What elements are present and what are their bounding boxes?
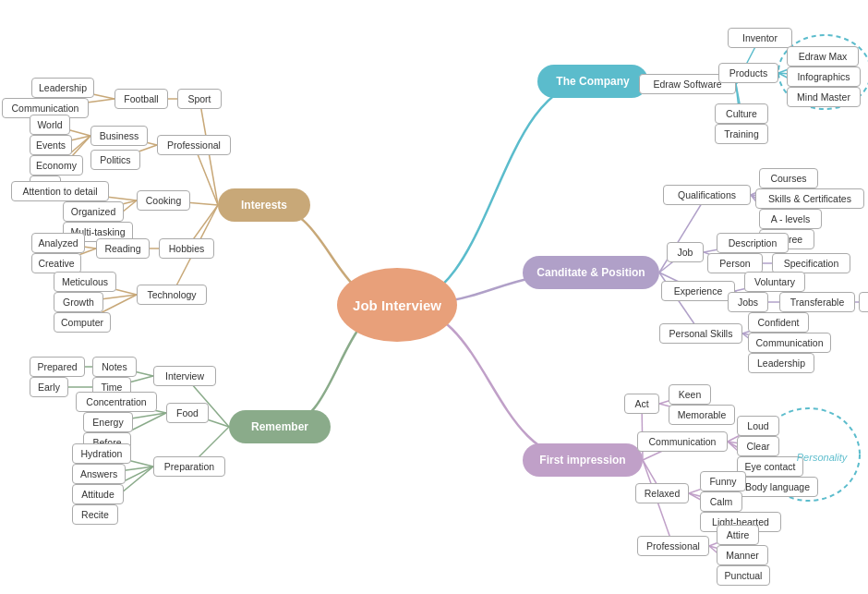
mind-node[interactable]: Calm	[700, 491, 742, 512]
mind-node[interactable]: Qualifications	[663, 185, 751, 205]
mind-node[interactable]: Technology	[137, 285, 207, 305]
mind-node[interactable]: Meticulous	[54, 272, 116, 292]
mind-node[interactable]: Football	[115, 89, 168, 109]
mind-node[interactable]: Prepared	[30, 357, 85, 377]
mind-node[interactable]: Person	[707, 253, 763, 273]
mind-node[interactable]: Body language	[737, 477, 818, 497]
mind-node[interactable]: Voluntary	[744, 272, 805, 292]
mind-node[interactable]: Keen	[669, 384, 711, 405]
mind-node[interactable]: Professional	[157, 135, 231, 155]
mind-node[interactable]: Leadership	[31, 78, 94, 98]
mind-node[interactable]: The Company	[537, 65, 648, 98]
mind-node[interactable]: Hobbies	[159, 238, 214, 259]
mind-node[interactable]: Infographics	[787, 67, 861, 87]
mind-node[interactable]: Organized	[63, 201, 124, 222]
mind-node[interactable]: Interests	[218, 188, 310, 222]
mind-node[interactable]: Mind Master	[787, 87, 861, 107]
mind-node[interactable]: Culture	[715, 103, 768, 124]
mind-node[interactable]: Interview	[153, 366, 216, 386]
mind-node[interactable]: Experience	[661, 281, 735, 301]
mind-node[interactable]: Growth	[54, 292, 103, 312]
mind-node[interactable]: Attire	[717, 525, 759, 545]
mind-node[interactable]: Funny	[700, 471, 746, 491]
mind-node[interactable]: Leadership	[748, 353, 814, 373]
mind-node[interactable]: Communication	[748, 333, 831, 353]
mind-node[interactable]: Answers	[72, 464, 126, 484]
mind-node[interactable]: Inventor	[728, 28, 792, 48]
mind-node[interactable]: Training	[715, 124, 768, 144]
mind-node[interactable]: Job	[667, 242, 704, 262]
center-label: Job Interview	[353, 297, 441, 313]
mind-node[interactable]: Personality	[789, 447, 855, 467]
mind-node[interactable]: Events	[30, 135, 72, 155]
mind-node[interactable]: Economy	[30, 155, 83, 176]
mind-node[interactable]: First impression	[523, 443, 643, 477]
mind-node[interactable]: Act	[624, 394, 659, 414]
mind-node[interactable]: Preparation	[153, 456, 225, 477]
mind-node[interactable]: Relaxed	[635, 483, 689, 503]
mind-node[interactable]: Courses	[759, 168, 818, 188]
mind-node[interactable]: Recite	[72, 504, 118, 525]
mind-node[interactable]: Computer	[54, 312, 111, 333]
mind-node[interactable]: Hydration	[72, 443, 131, 464]
mind-node[interactable]: Confident	[748, 312, 809, 333]
mind-node[interactable]: World	[30, 115, 70, 135]
mind-node[interactable]: Attention to detail	[11, 181, 109, 201]
mind-node[interactable]: Analyzed	[31, 233, 85, 253]
mind-node[interactable]: Notes	[92, 357, 137, 377]
mind-node[interactable]: Communication	[637, 431, 728, 452]
mind-node[interactable]: Specification	[772, 253, 850, 273]
mind-node[interactable]: Skills & Certificates	[755, 188, 864, 209]
mind-node[interactable]: Loud	[737, 416, 779, 436]
mind-node[interactable]: Transferable	[779, 292, 855, 312]
mind-node[interactable]: Remember	[229, 410, 331, 443]
mind-node[interactable]: Jobs	[728, 292, 768, 312]
mind-node[interactable]: Reading	[96, 238, 150, 259]
mind-node[interactable]: Manner	[717, 545, 768, 565]
mind-node[interactable]: Punctual	[717, 565, 770, 586]
mind-node[interactable]: Sport	[177, 89, 222, 109]
mind-node[interactable]: Attitude	[72, 484, 124, 504]
mind-node[interactable]: Early	[30, 377, 68, 397]
mind-node[interactable]: Description	[717, 233, 789, 253]
mind-node[interactable]: Canditate & Position	[523, 256, 659, 289]
mind-node[interactable]: A - levels	[759, 209, 822, 229]
center-node[interactable]: Job Interview	[337, 268, 457, 342]
mind-node[interactable]: Politics	[90, 150, 140, 170]
mind-node[interactable]: Products	[718, 63, 778, 83]
mind-node[interactable]: Concentration	[76, 392, 157, 412]
mind-node[interactable]: Creative	[31, 253, 81, 273]
mind-node[interactable]: Edraw Max	[787, 46, 859, 67]
mind-node[interactable]: Clear	[737, 436, 779, 456]
mind-node[interactable]: Professional	[637, 536, 709, 556]
mind-node[interactable]: Food	[166, 403, 209, 423]
mind-node[interactable]: Memorable	[669, 405, 735, 425]
mind-node[interactable]: Cooking	[137, 190, 190, 211]
mind-node[interactable]: Personal Skills	[659, 323, 742, 344]
mind-node[interactable]: Skills	[859, 292, 868, 312]
mind-node[interactable]: Energy	[83, 412, 133, 432]
mind-node[interactable]: Business	[90, 126, 148, 146]
